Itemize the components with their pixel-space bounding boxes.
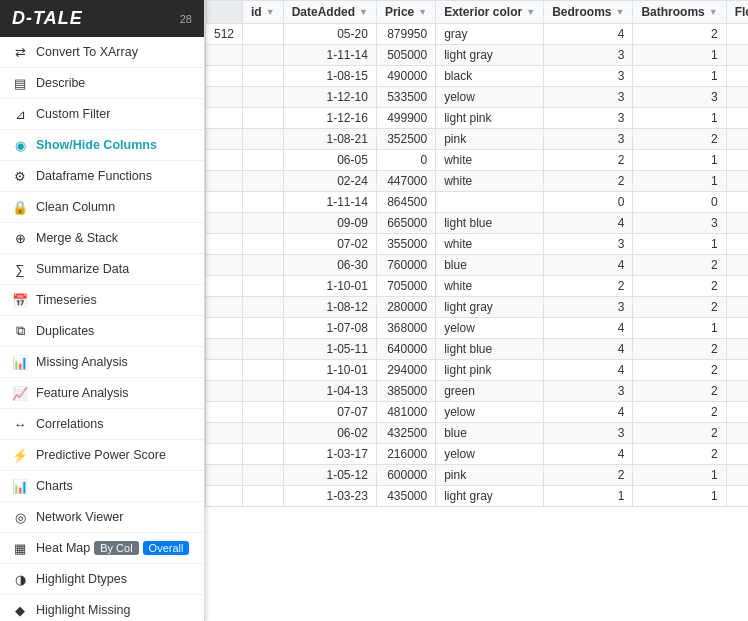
cell-floors: 1 — [726, 318, 748, 339]
table-row: 1-08-12280000light gray322False — [206, 297, 749, 318]
cell-bedrooms: 3 — [544, 381, 633, 402]
cell-dateadded: 1-10-01 — [283, 276, 376, 297]
sidebar-item-label: Merge & Stack — [36, 231, 118, 245]
cell-id — [243, 423, 284, 444]
cell-row_num — [206, 66, 243, 87]
sidebar-item-merge-stack[interactable]: ⊕ Merge & Stack — [0, 223, 204, 254]
cell-floors: 2 — [726, 444, 748, 465]
cell-dateadded: 06-02 — [283, 423, 376, 444]
cell-price: 600000 — [376, 465, 435, 486]
sidebar-item-feature-analysis[interactable]: 📈 Feature Analysis — [0, 378, 204, 409]
sidebar-item-summarize-data[interactable]: ∑ Summarize Data — [0, 254, 204, 285]
sidebar-item-correlations[interactable]: ↔ Correlations — [0, 409, 204, 440]
cell-dateadded: 06-05 — [283, 150, 376, 171]
cell-price: 280000 — [376, 297, 435, 318]
cell-dateadded: 07-07 — [283, 402, 376, 423]
cell-bedrooms: 3 — [544, 297, 633, 318]
col-header-bedrooms[interactable]: Bedrooms▼ — [544, 1, 633, 24]
heat-map-overall-button[interactable]: Overall — [143, 541, 190, 555]
cell-dateadded: 09-09 — [283, 213, 376, 234]
cell-bedrooms: 2 — [544, 276, 633, 297]
cell-row_num — [206, 171, 243, 192]
sidebar-item-label: Dataframe Functions — [36, 169, 152, 183]
sidebar-item-custom-filter[interactable]: ⊿ Custom Filter — [0, 99, 204, 130]
cell-id — [243, 213, 284, 234]
cell-dateadded: 1-11-14 — [283, 192, 376, 213]
cell-bathrooms: 1 — [633, 108, 726, 129]
cell-row_num: 512 — [206, 24, 243, 45]
sidebar-item-show-hide-columns[interactable]: ◉ Show/Hide Columns — [0, 130, 204, 161]
cell-bedrooms: 4 — [544, 402, 633, 423]
sidebar-header: D-TALE 28 — [0, 0, 204, 37]
sidebar-item-highlight-missing[interactable]: ◆ Highlight Missing — [0, 595, 204, 621]
sidebar-item-missing-analysis[interactable]: 📊 Missing Analysis — [0, 347, 204, 378]
sort-icon-exterior_color: ▼ — [526, 7, 535, 17]
cell-floors: 2 — [726, 360, 748, 381]
cell-price: 760000 — [376, 255, 435, 276]
cell-bathrooms: 2 — [633, 339, 726, 360]
col-header-exterior_color[interactable]: Exterior color▼ — [436, 1, 544, 24]
table-row: 1-10-01705000white221False — [206, 276, 749, 297]
cell-bedrooms: 4 — [544, 339, 633, 360]
cell-floors: 2 — [726, 402, 748, 423]
col-header-id[interactable]: id▼ — [243, 1, 284, 24]
cell-dateadded: 1-12-10 — [283, 87, 376, 108]
sidebar-item-timeseries[interactable]: 📅 Timeseries — [0, 285, 204, 316]
cell-exterior_color — [436, 192, 544, 213]
cell-bedrooms: 3 — [544, 45, 633, 66]
cell-price: 355000 — [376, 234, 435, 255]
cell-price: 435000 — [376, 486, 435, 507]
cell-exterior_color: blue — [436, 255, 544, 276]
cell-bedrooms: 4 — [544, 444, 633, 465]
sidebar-item-charts[interactable]: 📊 Charts — [0, 471, 204, 502]
cell-exterior_color: white — [436, 150, 544, 171]
sidebar-item-predictive-power-score[interactable]: ⚡ Predictive Power Score — [0, 440, 204, 471]
sidebar-item-describe[interactable]: ▤ Describe — [0, 68, 204, 99]
col-label-id: id — [251, 5, 262, 19]
cell-exterior_color: green — [436, 381, 544, 402]
sidebar-item-duplicates[interactable]: ⧉ Duplicates — [0, 316, 204, 347]
cell-id — [243, 255, 284, 276]
cell-exterior_color: light gray — [436, 486, 544, 507]
sidebar-item-network-viewer[interactable]: ◎ Network Viewer — [0, 502, 204, 533]
heat-map-by-col-button[interactable]: By Col — [94, 541, 138, 555]
cell-id — [243, 129, 284, 150]
clean-column-icon: 🔒 — [12, 199, 28, 215]
cell-row_num — [206, 381, 243, 402]
cell-price: 490000 — [376, 66, 435, 87]
cell-bedrooms: 2 — [544, 465, 633, 486]
duplicates-icon: ⧉ — [12, 323, 28, 339]
charts-icon: 📊 — [12, 478, 28, 494]
cell-bathrooms: 2 — [633, 423, 726, 444]
sidebar-item-clean-column[interactable]: 🔒 Clean Column — [0, 192, 204, 223]
cell-dateadded: 1-10-01 — [283, 360, 376, 381]
table-row: 1-11-14864500000True — [206, 192, 749, 213]
cell-exterior_color: blue — [436, 423, 544, 444]
cell-exterior_color: light blue — [436, 339, 544, 360]
sidebar-item-label: Predictive Power Score — [36, 448, 166, 462]
cell-price: 499900 — [376, 108, 435, 129]
cell-id — [243, 24, 284, 45]
sidebar-item-highlight-dtypes[interactable]: ◑ Highlight Dtypes — [0, 564, 204, 595]
cell-price: 505000 — [376, 45, 435, 66]
cell-price: 294000 — [376, 360, 435, 381]
highlight-dtypes-icon: ◑ — [12, 571, 28, 587]
col-header-bathrooms[interactable]: Bathrooms▼ — [633, 1, 726, 24]
sidebar-item-label: Feature Analysis — [36, 386, 128, 400]
cell-price: 864500 — [376, 192, 435, 213]
cell-row_num — [206, 192, 243, 213]
sidebar-item-dataframe-functions[interactable]: ⚙ Dataframe Functions — [0, 161, 204, 192]
col-header-floors[interactable]: Floors▼ — [726, 1, 748, 24]
cell-row_num — [206, 339, 243, 360]
cell-id — [243, 318, 284, 339]
sidebar-item-convert-xarray[interactable]: ⇄ Convert To XArray — [0, 37, 204, 68]
cell-bathrooms: 3 — [633, 87, 726, 108]
sidebar-item-heat-map[interactable]: ▦ Heat Map By Col Overall — [0, 533, 204, 564]
col-header-price[interactable]: Price▼ — [376, 1, 435, 24]
convert-xarray-icon: ⇄ — [12, 44, 28, 60]
sidebar-item-label: Show/Hide Columns — [36, 138, 157, 152]
sidebar-item-label: Timeseries — [36, 293, 97, 307]
col-label-exterior_color: Exterior color — [444, 5, 522, 19]
cell-row_num — [206, 423, 243, 444]
col-header-dateadded[interactable]: DateAdded▼ — [283, 1, 376, 24]
